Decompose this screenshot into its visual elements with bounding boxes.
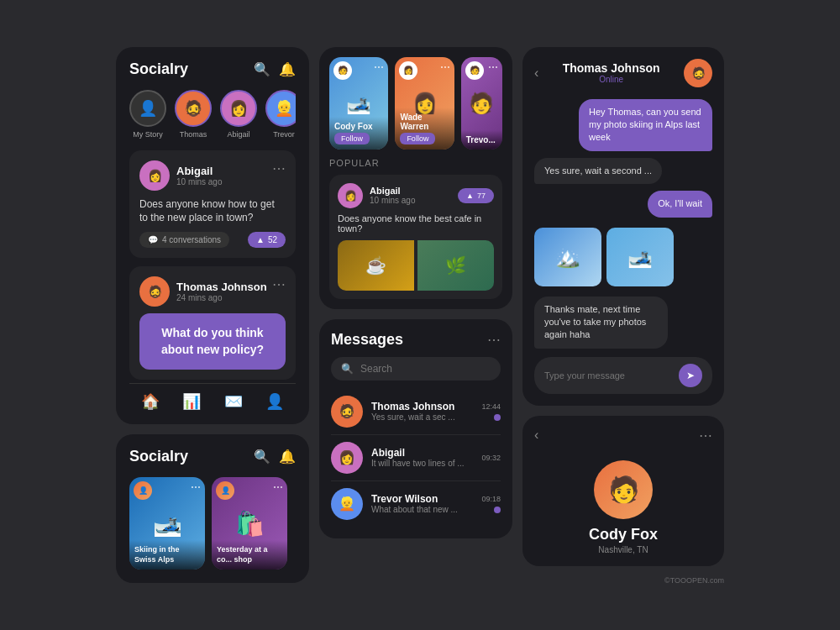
popular-upvote-icon: ▲ (466, 192, 474, 200)
search-icon[interactable]: 🔍 (254, 61, 270, 77)
post-card-abigail: 👩 Abigail 10 mins ago ⋯ Does anyone know… (129, 150, 296, 259)
search-input-messages[interactable] (360, 363, 491, 375)
popular-post-name: Abigail (370, 186, 415, 196)
explore-story-wade[interactable]: 👩 👩 ⋯ Wade Warren Follow (395, 57, 454, 150)
msg-meta-abigail: 09:32 (481, 454, 501, 462)
story-thumb-shop[interactable]: 🛍️ ⋯ 👤 Yesterday at a co... shop (212, 477, 287, 570)
explore-avatar-cody: 🧑 (333, 61, 352, 80)
send-button[interactable]: ➤ (679, 364, 702, 387)
story-avatar-thomas: 🧔 (175, 90, 212, 127)
post-images: ☕ 🌿 (338, 240, 494, 291)
popular-label: POPULAR (329, 158, 502, 168)
msg-time-trevor: 09:18 (481, 495, 501, 503)
story-item-thomas[interactable]: 🧔 Thomas (175, 90, 212, 139)
upvote-button-abigail[interactable]: ▲ 52 (248, 232, 286, 248)
profile-back-button[interactable]: ‹ (534, 428, 538, 443)
post-content-abigail: Does anyone know how to get to the new p… (139, 197, 286, 226)
bottom-search-icon[interactable]: 🔍 (254, 449, 270, 465)
follow-button-cody[interactable]: Follow (334, 133, 370, 144)
profile-menu-button[interactable]: ⋯ (699, 428, 712, 444)
story-thumb-menu-shop[interactable]: ⋯ (273, 481, 283, 493)
story-thumb-overlay-shop: Yesterday at a co... shop (212, 540, 287, 570)
popular-post: 👩 Abigail 10 mins ago ▲ 77 Does anyone k… (329, 175, 502, 299)
msg-dot-trevor (494, 507, 501, 513)
story-thumbs-row: 🎿 ⋯ 👤 Skiing in the Swiss Alps 🛍️ ⋯ 👤 Ye… (129, 477, 296, 570)
chat-images: 🏔️ 🎿 (534, 228, 674, 286)
message-item-trevor[interactable]: 👱 Trevor Wilson What about that new ... … (331, 481, 501, 527)
chat-input-area[interactable]: ➤ (534, 357, 712, 394)
msg-name-abigail: Abigail (371, 447, 473, 459)
popular-post-header: 👩 Abigail 10 mins ago ▲ 77 (338, 183, 494, 208)
popular-upvote[interactable]: ▲ 77 (458, 188, 494, 203)
nav-profile[interactable]: 👤 (265, 392, 284, 411)
profile-name: Cody Fox (589, 526, 658, 543)
story-thumb-alps[interactable]: 🎿 ⋯ 👤 Skiing in the Swiss Alps (129, 477, 205, 570)
bubble-received-1: Yes sure, wait a second ... (534, 158, 662, 184)
message-item-thomas[interactable]: 🧔 Thomas Johnson Yes sure, wait a sec ..… (331, 389, 501, 435)
post-menu-abigail[interactable]: ⋯ (272, 160, 286, 176)
msg-preview-trevor: What about that new ... (371, 505, 473, 514)
explore-menu-cody[interactable]: ⋯ (374, 61, 384, 73)
post-name-thomas: Thomas Johnson (176, 281, 267, 293)
explore-story-trevor[interactable]: 🧑 🧑 ⋯ Trevo... (461, 57, 502, 150)
msg-preview-thomas: Yes sure, wait a sec ... (371, 412, 473, 422)
nav-home[interactable]: 🏠 (141, 392, 160, 411)
msg-name-trevor: Trevor Wilson (371, 493, 473, 505)
post-avatar-abigail: 👩 (139, 160, 170, 191)
story-item-trevor[interactable]: 👱 Trevor (265, 90, 296, 139)
msg-dot-thomas (494, 414, 501, 421)
explore-overlay-cody: Cody Fox Follow (329, 117, 388, 150)
messages-menu[interactable]: ⋯ (487, 332, 501, 348)
follow-button-wade[interactable]: Follow (400, 133, 435, 144)
post-menu-thomas[interactable]: ⋯ (272, 276, 286, 292)
explore-story-cody[interactable]: 🎿 🧑 ⋯ Cody Fox Follow (329, 57, 388, 150)
chat-image-ski: 🎿 (606, 228, 674, 286)
bottom-header-icons: 🔍 🔔 (254, 449, 296, 465)
explore-name-trevor: Trevo... (466, 135, 497, 144)
conversations-badge[interactable]: 💬 4 conversations (139, 232, 229, 248)
chat-image-snow: 🏔️ (534, 228, 601, 286)
explore-name-wade: Wade Warren (400, 113, 449, 131)
story-item-mystory[interactable]: 👤 My Story (129, 90, 166, 139)
chat-status: Online (547, 75, 675, 84)
explore-avatar-trevor: 🧑 (465, 61, 484, 80)
explore-menu-trevor[interactable]: ⋯ (488, 61, 498, 73)
bubble-received-2: Thanks mate, next time you've to take my… (534, 297, 668, 349)
search-bar[interactable]: 🔍 (331, 357, 501, 381)
story-thumb-menu-alps[interactable]: ⋯ (191, 481, 201, 493)
post-image-cafe1: ☕ (338, 240, 414, 291)
story-avatar-trevor: 👱 (265, 90, 296, 127)
msg-time-abigail: 09:32 (481, 454, 501, 462)
chat-user-info: Thomas Johnson Online (547, 61, 675, 84)
bell-icon[interactable]: 🔔 (279, 61, 296, 77)
message-item-abigail[interactable]: 👩 Abigail It will have two lines of ... … (331, 435, 501, 481)
nav-chart[interactable]: 📊 (182, 392, 201, 411)
msg-meta-thomas: 12:44 (481, 402, 501, 421)
bottom-app-title: Socialry (129, 448, 188, 465)
chat-input[interactable] (544, 370, 672, 381)
popular-post-time: 10 mins ago (370, 196, 415, 205)
post-header-thomas: 🧔 Thomas Johnson 24 mins ago ⋯ (139, 276, 286, 307)
app-title: Socialry (129, 60, 188, 78)
bottom-bell-icon[interactable]: 🔔 (279, 449, 296, 465)
chat-back-button[interactable]: ‹ (534, 66, 538, 81)
story-item-abigail[interactable]: 👩 Abigail (220, 90, 257, 139)
nav-mail[interactable]: ✉️ (224, 392, 243, 411)
explore-overlay-trevor: Trevo... (461, 130, 502, 150)
explore-name-cody: Cody Fox (334, 122, 383, 131)
chat-header: ‹ Thomas Johnson Online 🧔 (534, 59, 712, 87)
msg-meta-trevor: 09:18 (481, 495, 501, 513)
post-name-abigail: Abigail (176, 165, 222, 177)
bottom-phone-card: Socialry 🔍 🔔 🎿 ⋯ 👤 Skiing in the Swiss A… (116, 434, 309, 583)
app-header: Socialry 🔍 🔔 (129, 60, 296, 78)
bubble-sent-1: Hey Thomas, can you send my photo skiing… (579, 99, 712, 151)
conversations-count: 4 conversations (162, 235, 221, 244)
header-icons: 🔍 🔔 (254, 61, 296, 77)
explore-menu-wade[interactable]: ⋯ (440, 61, 450, 73)
chat-username: Thomas Johnson (547, 61, 675, 75)
messages-title: Messages (331, 331, 403, 349)
popular-post-user: 👩 Abigail 10 mins ago (338, 183, 415, 208)
watermark: ©TOOOPEN.com (664, 576, 724, 585)
purple-post-thomas: What do you think about new policy? (139, 313, 286, 370)
upvote-count-abigail: 52 (268, 235, 277, 244)
